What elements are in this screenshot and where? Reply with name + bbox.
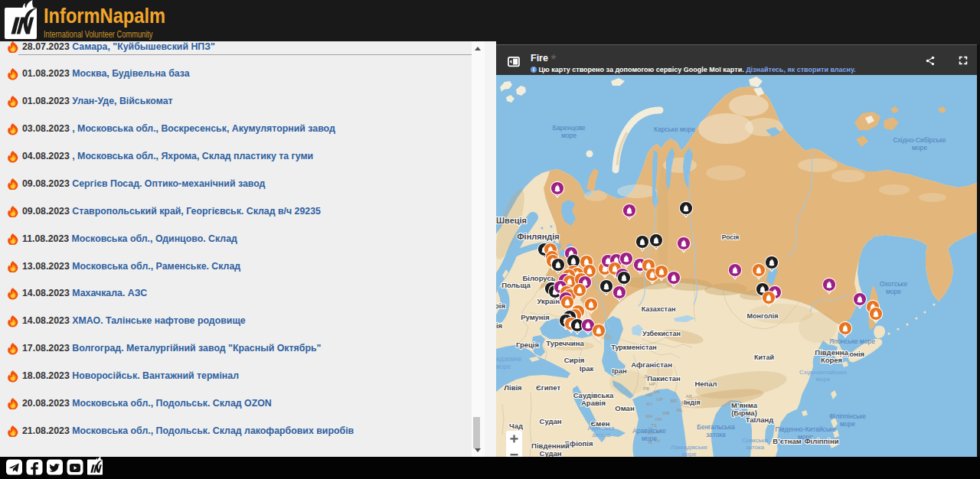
svg-text:затока: затока: [592, 432, 611, 438]
svg-text:море: море: [561, 132, 577, 139]
svg-text:затока: затока: [706, 431, 726, 438]
svg-text:PB: PB: [643, 386, 649, 391]
svg-text:Туркменістан: Туркменістан: [611, 344, 657, 351]
svg-text:(Бірма): (Бірма): [731, 409, 757, 417]
svg-text:Китай: Китай: [754, 354, 774, 361]
svg-text:MH: MH: [645, 414, 652, 419]
svg-text:Непал: Непал: [694, 380, 717, 388]
svg-text:Казахстан: Казахстан: [642, 305, 676, 313]
svg-text:затока: затока: [746, 444, 765, 451]
svg-text:Монголія: Монголія: [747, 312, 779, 320]
svg-text:море: море: [816, 376, 831, 383]
svg-text:Узбекистан: Узбекистан: [642, 330, 681, 337]
svg-text:Сирія: Сирія: [564, 356, 585, 364]
svg-text:UP: UP: [657, 397, 663, 402]
svg-text:Ірак: Ірак: [580, 364, 594, 373]
svg-text:море: море: [642, 435, 657, 442]
svg-text:море: море: [798, 433, 813, 441]
svg-text:Охотське: Охотське: [880, 280, 908, 288]
svg-text:BR: BR: [671, 399, 678, 403]
svg-text:Румунія: Румунія: [521, 313, 550, 321]
svg-text:Афганістан: Афганістан: [631, 360, 672, 369]
svg-text:Японське море: Японське море: [829, 337, 875, 345]
svg-text:море: море: [912, 144, 927, 152]
svg-text:стрія: стрія: [496, 301, 505, 310]
svg-text:Греція: Греція: [516, 341, 539, 349]
svg-text:Східнокитайське: Східнокитайське: [799, 369, 847, 376]
svg-text:Єгипет: Єгипет: [536, 383, 560, 392]
svg-text:Швеція: Швеція: [496, 216, 527, 225]
svg-text:Південно-Китайське: Південно-Китайське: [775, 425, 836, 433]
svg-text:Судан: Судан: [540, 417, 562, 425]
svg-text:UK: UK: [654, 389, 660, 394]
svg-text:Фінляндія: Фінляндія: [517, 232, 560, 241]
svg-text:Судан: Судан: [540, 449, 562, 457]
svg-text:JK: JK: [643, 374, 648, 379]
svg-text:лія: лія: [496, 321, 502, 330]
svg-text:Туреччина: Туреччина: [546, 339, 584, 347]
svg-text:AR: AR: [686, 394, 693, 399]
svg-text:море: море: [496, 363, 511, 370]
svg-text:Баренцове: Баренцове: [552, 124, 585, 132]
svg-text:море: море: [886, 288, 901, 295]
svg-text:Оман: Оман: [615, 404, 635, 412]
svg-text:Сіамська: Сіамська: [742, 437, 768, 444]
svg-text:Східно-Сибірське: Східно-Сибірське: [893, 136, 946, 144]
svg-text:Корея: Корея: [821, 356, 842, 364]
svg-text:OR: OR: [655, 417, 663, 422]
svg-text:HR: HR: [646, 393, 653, 397]
svg-text:Аравійське: Аравійське: [632, 427, 666, 435]
svg-text:море: море: [682, 451, 697, 457]
svg-text:HP: HP: [649, 382, 655, 386]
svg-text:Бенгальська: Бенгальська: [697, 423, 735, 431]
svg-text:Аденська: Аденська: [587, 425, 615, 432]
svg-text:Іран: Іран: [612, 367, 627, 375]
svg-text:Середземне: Середземне: [496, 355, 522, 363]
svg-text:Чад: Чад: [509, 422, 523, 430]
svg-text:NL: NL: [681, 400, 688, 405]
svg-text:море: море: [840, 420, 855, 428]
svg-text:Росія: Росія: [722, 233, 740, 241]
svg-text:Карське море: Карське море: [654, 125, 695, 133]
svg-text:ML: ML: [677, 408, 684, 412]
svg-text:Лаккадівське: Лаккадівське: [671, 444, 708, 451]
svg-text:Польща: Польща: [501, 281, 531, 289]
svg-text:Аравія: Аравія: [581, 399, 606, 407]
svg-text:RJ: RJ: [646, 402, 652, 406]
svg-text:Лівія: Лівія: [504, 383, 521, 392]
svg-text:WB: WB: [662, 411, 670, 415]
svg-text:Філіппінське: Філіппінське: [829, 412, 866, 420]
